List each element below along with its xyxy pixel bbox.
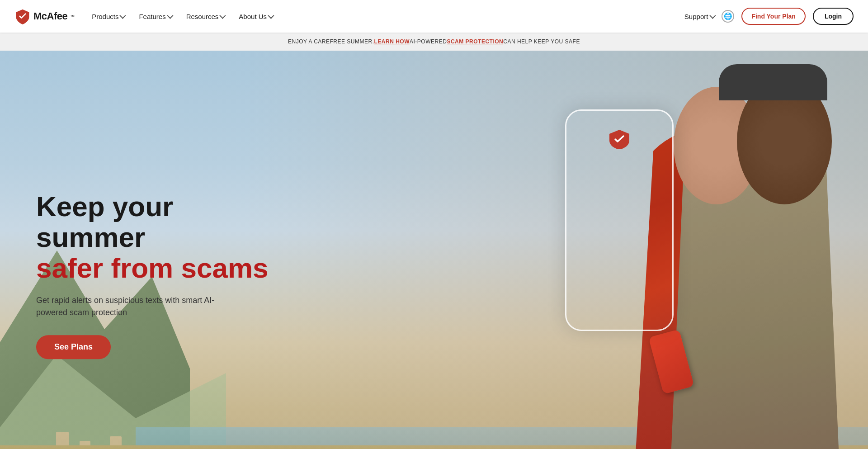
nav-left: McAfee™ Products Features Resources Abou… [14, 8, 279, 24]
mcafee-logo-icon [14, 8, 31, 24]
nav-item-about[interactable]: About Us [232, 9, 279, 24]
find-plan-button[interactable]: Find Your Plan [741, 8, 806, 25]
navigation: McAfee™ Products Features Resources Abou… [0, 0, 868, 33]
nav-item-products[interactable]: Products [85, 9, 131, 24]
phone-mcafee-logo [608, 129, 631, 149]
chevron-down-icon [268, 13, 274, 19]
nav-links: Products Features Resources About Us [85, 9, 279, 24]
chevron-down-icon [220, 13, 226, 19]
person-man-hat [719, 64, 827, 100]
logo-tm: ™ [70, 14, 75, 19]
scam-protection-link[interactable]: SCAM PROTECTION [447, 38, 503, 45]
support-menu[interactable]: Support [684, 13, 715, 20]
chevron-down-icon [167, 13, 173, 19]
logo-text: McAfee [33, 10, 67, 22]
learn-how-link[interactable]: LEARN HOW [374, 38, 410, 45]
logo[interactable]: McAfee™ [14, 8, 75, 24]
login-button[interactable]: Login [813, 8, 854, 25]
hero-headline: Keep your summer safer from scams [36, 191, 289, 284]
hero-subtext: Get rapid alerts on suspicious texts wit… [36, 294, 235, 319]
hero-content: Keep your summer safer from scams Get ra… [36, 191, 289, 359]
phone-mockup [565, 109, 674, 331]
language-selector[interactable]: 🌐 [722, 10, 734, 23]
chevron-down-icon [120, 13, 126, 19]
chevron-down-icon [710, 13, 716, 19]
nav-right: Support 🌐 Find Your Plan Login [684, 8, 854, 25]
nav-item-resources[interactable]: Resources [180, 9, 231, 24]
see-plans-button[interactable]: See Plans [36, 335, 111, 359]
hero-section: Keep your summer safer from scams Get ra… [0, 51, 868, 449]
promo-banner: ENJOY A CAREFREE SUMMER. LEARN HOW AI-PO… [0, 33, 868, 51]
nav-item-features[interactable]: Features [132, 9, 178, 24]
